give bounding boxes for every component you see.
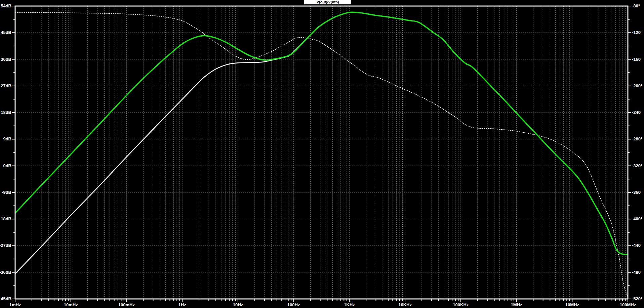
y-left-axis-label: 36dB bbox=[1, 57, 11, 62]
x-axis-label: 1KHz bbox=[344, 302, 355, 307]
y-right-axis-label: -400° bbox=[632, 216, 642, 221]
y-left-axis-label: 54dB bbox=[1, 3, 11, 8]
y-left-axis-label: -45dB bbox=[0, 296, 11, 301]
y-right-axis-label: -280° bbox=[632, 136, 642, 141]
waveform-viewer: 54dB45dB36dB27dB18dB9dB0dB-9dB-18dB-27dB… bbox=[0, 0, 644, 308]
x-axis-label: 100Hz bbox=[287, 302, 300, 307]
y-left-axis-label: 45dB bbox=[1, 30, 11, 35]
x-axis-label: 1mHz bbox=[9, 302, 21, 307]
y-left-axis-label: 0dB bbox=[3, 163, 11, 168]
y-right-axis-label: -520° bbox=[632, 296, 642, 301]
y-right-axis-label: -200° bbox=[632, 83, 642, 88]
y-right-axis-label: -480° bbox=[632, 270, 642, 275]
plot-background bbox=[0, 0, 644, 308]
y-right-axis-label: -160° bbox=[632, 57, 642, 62]
y-left-axis-label: -36dB bbox=[0, 270, 11, 275]
y-right-axis-label: -80° bbox=[632, 3, 640, 8]
x-axis-label: 1MHz bbox=[511, 302, 522, 307]
plot-title[interactable]: V(out)/V(nfb) bbox=[304, 0, 351, 4]
y-right-axis-label: -320° bbox=[632, 163, 642, 168]
x-axis-label: 10MHz bbox=[565, 302, 579, 307]
y-right-axis-label: -360° bbox=[632, 190, 642, 195]
y-left-axis-label: -9dB bbox=[2, 190, 11, 195]
x-axis-label: 10mHz bbox=[64, 302, 78, 307]
bode-plot: 54dB45dB36dB27dB18dB9dB0dB-9dB-18dB-27dB… bbox=[0, 0, 644, 308]
y-left-axis-label: 27dB bbox=[1, 83, 11, 88]
y-left-axis-label: -18dB bbox=[0, 216, 11, 221]
y-right-axis-label: -240° bbox=[632, 110, 642, 115]
x-axis-label: 100mHz bbox=[118, 302, 135, 307]
y-right-axis-label: -440° bbox=[632, 243, 642, 248]
y-right-axis-label: -120° bbox=[632, 30, 642, 35]
x-axis-label: 1Hz bbox=[178, 302, 187, 307]
y-left-axis-label: -27dB bbox=[0, 243, 11, 248]
y-left-axis-label: 18dB bbox=[1, 110, 11, 115]
x-axis-label: 100MHz bbox=[620, 302, 636, 307]
x-axis-label: 10Hz bbox=[233, 302, 243, 307]
x-axis-label: 100KHz bbox=[453, 302, 469, 307]
y-left-axis-label: 9dB bbox=[3, 136, 11, 141]
x-axis-label: 10KHz bbox=[398, 302, 412, 307]
